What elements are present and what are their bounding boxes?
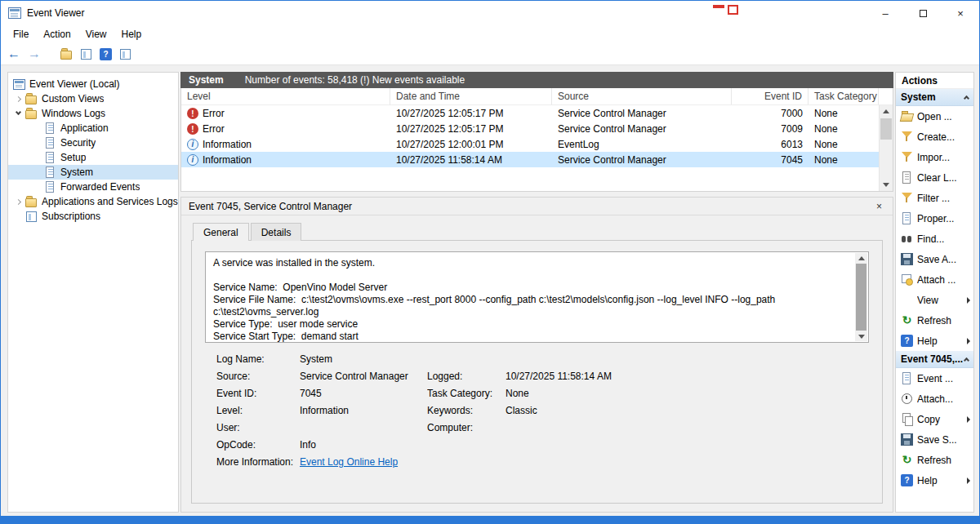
event-row[interactable]: iInformation 10/27/2025 12:00:01 PM Even… — [181, 136, 893, 152]
action-help[interactable]: ?Help — [896, 331, 973, 351]
action-label: Refresh — [917, 315, 970, 326]
tree-item-setup[interactable]: Setup — [8, 150, 178, 165]
event-viewer-app-icon — [8, 7, 21, 19]
cell-datetime: 10/27/2025 12:00:01 PM — [390, 136, 552, 152]
properties-icon — [901, 212, 913, 224]
action-event-properties[interactable]: Event ... — [896, 368, 973, 389]
field-label: More Information: — [216, 456, 300, 473]
tab-details[interactable]: Details — [251, 223, 302, 241]
action-attach-task-to-event[interactable]: Attach... — [896, 389, 973, 409]
event-list-scrollbar[interactable] — [879, 105, 893, 191]
log-view-header: System Number of events: 58,418 (!) New … — [180, 72, 893, 88]
description-scrollbar[interactable] — [855, 253, 867, 341]
help-icon[interactable]: ? — [100, 48, 112, 60]
tree-item-forwarded-events[interactable]: Forwarded Events — [8, 180, 178, 194]
actions-group-event-7045[interactable]: Event 7045,... — [896, 351, 973, 368]
action-refresh[interactable]: ↻Refresh — [896, 310, 973, 331]
action-label: Save S... — [917, 434, 970, 446]
scroll-up-icon[interactable] — [855, 253, 867, 263]
action-clear-log[interactable]: Clear L... — [896, 167, 973, 188]
action-label: Clear L... — [917, 172, 970, 184]
action-create-custom-view[interactable]: Create... — [896, 127, 973, 147]
center-column: System Number of events: 58,418 (!) New … — [180, 72, 893, 513]
find-icon — [901, 233, 913, 245]
field-value — [506, 439, 869, 456]
close-detail-icon[interactable]: × — [873, 201, 885, 212]
event-log-online-help-link[interactable]: Event Log Online Help — [300, 456, 869, 473]
menu-help[interactable]: Help — [114, 26, 149, 42]
tree-item-label: Applications and Services Logs — [42, 196, 178, 207]
event-description-box: A service was installed in the system. S… — [205, 251, 869, 343]
column-date-time[interactable]: Date and Time — [390, 88, 552, 104]
action-view[interactable]: View — [896, 290, 973, 310]
column-task-category[interactable]: Task Category — [808, 88, 879, 104]
forward-icon[interactable]: → — [28, 47, 41, 60]
action-import-custom-view[interactable]: Impor... — [896, 147, 973, 167]
tree-item-label: Application — [60, 122, 109, 134]
back-icon[interactable]: ← — [7, 47, 20, 60]
action-label: View — [917, 295, 963, 306]
menu-action[interactable]: Action — [36, 26, 78, 42]
event-row[interactable]: !Error 10/27/2025 12:05:17 PM Service Co… — [181, 105, 893, 121]
log-view-summary: Number of events: 58,418 (!) New events … — [245, 74, 465, 86]
tree-item-application[interactable]: Application — [8, 121, 178, 135]
tree-item-subscriptions[interactable]: Subscriptions — [8, 209, 178, 224]
console-tree-icon[interactable] — [80, 48, 92, 60]
cell-task-category: None — [808, 121, 879, 136]
menu-view[interactable]: View — [78, 26, 114, 42]
column-event-id[interactable]: Event ID — [732, 88, 808, 104]
action-help-event[interactable]: ?Help — [896, 470, 973, 491]
scrollbar-thumb[interactable] — [856, 264, 866, 331]
save-icon — [901, 253, 913, 265]
cell-event-id: 7009 — [732, 121, 808, 136]
chevron-right-icon[interactable] — [16, 95, 21, 101]
cell-event-id: 7000 — [732, 105, 808, 121]
tree-item-system[interactable]: System — [8, 165, 178, 180]
cell-event-id: 6013 — [732, 136, 808, 152]
action-copy[interactable]: Copy — [896, 409, 973, 429]
scrollbar-thumb[interactable] — [880, 118, 892, 140]
action-save-selected-events[interactable]: Save S... — [896, 429, 973, 450]
properties-panel-icon[interactable] — [119, 48, 131, 60]
action-filter-current-log[interactable]: Filter ... — [896, 188, 973, 208]
column-source[interactable]: Source — [552, 88, 732, 104]
action-properties[interactable]: Proper... — [896, 208, 973, 229]
scroll-down-icon[interactable] — [880, 179, 893, 191]
tree-item-windows-logs[interactable]: Windows Logs — [8, 106, 178, 121]
scroll-up-icon[interactable] — [880, 105, 893, 118]
tree-item-security[interactable]: Security — [8, 135, 178, 150]
maximize-button[interactable] — [904, 1, 942, 25]
scroll-down-icon[interactable] — [855, 331, 867, 341]
field-label: Keywords: — [427, 405, 506, 422]
tree-item-custom-views[interactable]: Custom Views — [8, 91, 178, 106]
action-attach-task-to-log[interactable]: Attach ... — [896, 269, 973, 290]
field-label — [427, 353, 506, 371]
minimize-icon: – — [882, 7, 888, 20]
action-open-saved-log[interactable]: Open ... — [896, 106, 973, 127]
subscriptions-icon — [25, 211, 38, 223]
field-label: Event ID: — [216, 388, 300, 405]
event-row[interactable]: !Error 10/27/2025 12:05:17 PM Service Co… — [181, 121, 893, 136]
titlebar[interactable]: Event Viewer – × — [1, 1, 979, 25]
event-row-selected[interactable]: iInformation 10/27/2025 11:58:14 AM Serv… — [181, 152, 893, 167]
tab-general[interactable]: General — [193, 223, 249, 241]
minimize-button[interactable]: – — [866, 1, 904, 25]
column-level[interactable]: Level — [181, 88, 390, 104]
action-find[interactable]: Find... — [896, 229, 973, 249]
chevron-right-icon[interactable] — [16, 198, 21, 204]
close-button[interactable]: × — [942, 1, 979, 25]
cell-datetime: 10/27/2025 11:58:14 AM — [390, 152, 552, 167]
menu-file[interactable]: File — [6, 26, 36, 42]
field-value: 10/27/2025 11:58:14 AM — [506, 371, 869, 388]
action-save-all-events[interactable]: Save A... — [896, 249, 973, 269]
open-saved-log-icon[interactable] — [60, 48, 73, 60]
actions-group-system[interactable]: System — [896, 89, 973, 106]
refresh-icon: ↻ — [901, 454, 913, 466]
message-line: Service Name: OpenVino Model Server — [213, 282, 849, 294]
tree-root-event-viewer-local[interactable]: Event Viewer (Local) — [8, 77, 178, 91]
tree-item-label: Forwarded Events — [60, 181, 140, 193]
tree-item-applications-services-logs[interactable]: Applications and Services Logs — [8, 194, 178, 209]
action-refresh-event[interactable]: ↻Refresh — [896, 450, 973, 470]
chevron-down-icon[interactable] — [16, 109, 21, 115]
save-icon — [901, 433, 913, 446]
